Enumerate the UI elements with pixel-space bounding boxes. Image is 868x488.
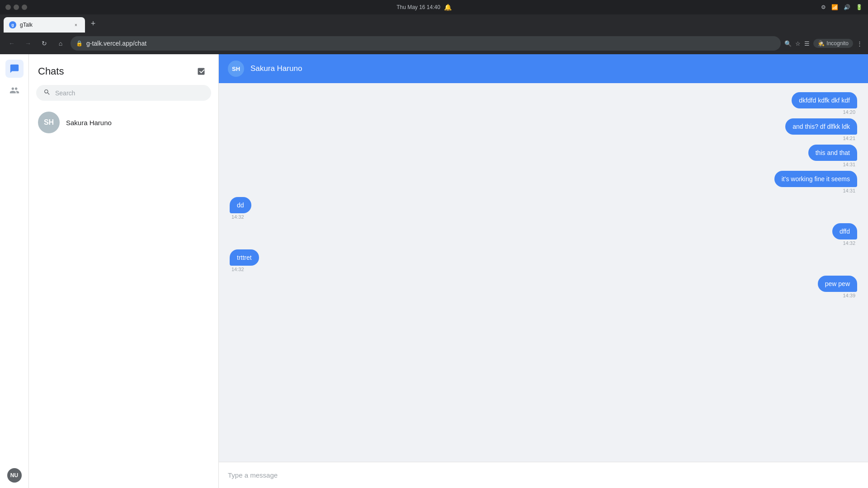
minimize-traffic-light[interactable]: [14, 5, 19, 10]
message-time: 14:20: [841, 109, 857, 115]
chat-avatar-sakura: SH: [38, 112, 60, 133]
wifi-icon: 📶: [831, 4, 838, 10]
user-avatar-nav[interactable]: NU: [7, 468, 22, 483]
message-row: dkfdfd kdfk dkf kdf 14:20: [230, 92, 857, 115]
close-traffic-light[interactable]: [5, 5, 11, 10]
sidebar-title: Chats: [38, 66, 64, 77]
traffic-lights: [5, 5, 27, 10]
forward-button[interactable]: →: [22, 37, 34, 50]
tab-gtalk[interactable]: g gTalk ×: [4, 17, 85, 33]
address-bar: ← → ↻ ⌂ 🔒 g-talk.vercel.app/chat 🔍 ☆ ☰ 🕵…: [0, 33, 868, 54]
message-bubble: dkfdfd kdfk dkf kdf: [792, 92, 857, 108]
incognito-icon: 🕵: [818, 40, 825, 47]
url-bar[interactable]: 🔒 g-talk.vercel.app/chat: [71, 36, 781, 51]
message-bubble: dd: [230, 197, 251, 213]
address-bar-right: 🔍 ☆ ☰ 🕵 Incognito ⋮: [784, 39, 863, 48]
message-time: 14:31: [841, 188, 857, 193]
notification-icon: 🔔: [444, 4, 452, 11]
settings-icon: ⚙: [821, 4, 826, 10]
message-row: this and that 14:31: [230, 145, 857, 167]
message-time: 14:39: [841, 293, 857, 298]
chat-header-name: Sakura Haruno: [250, 64, 302, 73]
message-input-area: [219, 462, 868, 488]
search-input[interactable]: [55, 89, 204, 97]
incognito-label: Incognito: [826, 40, 849, 47]
message-row: dd 14:32: [230, 197, 857, 220]
message-bubble: pew pew: [818, 276, 857, 292]
title-bar: Thu May 16 14:40 🔔 ⚙ 📶 🔊 🔋: [0, 0, 868, 14]
tab-bar: g gTalk × +: [0, 14, 868, 33]
title-bar-right: ⚙ 📶 🔊 🔋: [821, 4, 863, 10]
message-bubble: dffd: [832, 223, 857, 239]
chat-nav-icon[interactable]: [5, 60, 24, 78]
sidebar: Chats SH Sakura Haruno: [29, 54, 219, 488]
chat-list: SH Sakura Haruno: [29, 106, 218, 488]
search-icon: [43, 89, 51, 97]
tab-title: gTalk: [20, 22, 69, 28]
app: NU Chats SH Sakura Haruno SH: [0, 54, 868, 488]
chat-header: SH Sakura Haruno: [219, 54, 868, 83]
reader-icon[interactable]: ☰: [804, 40, 810, 47]
message-time: 14:32: [841, 240, 857, 246]
url-text: g-talk.vercel.app/chat: [86, 40, 775, 47]
message-bubble: this and that: [808, 145, 857, 161]
chat-header-avatar: SH: [228, 61, 244, 77]
message-row: and this? df dlfkk ldk 14:21: [230, 118, 857, 141]
search-box: [36, 85, 211, 101]
home-button[interactable]: ⌂: [54, 37, 67, 50]
battery-icon: 🔋: [856, 4, 863, 10]
title-bar-center: Thu May 16 14:40 🔔: [31, 4, 817, 11]
message-row: trttret 14:32: [230, 249, 857, 272]
search-container: [29, 85, 218, 106]
datetime-display: Thu May 16 14:40: [396, 4, 440, 10]
chat-item-sakura[interactable]: SH Sakura Haruno: [29, 106, 218, 139]
message-time: 14:32: [230, 214, 246, 220]
messages-area: dkfdfd kdfk dkf kdf 14:20 and this? df d…: [219, 83, 868, 462]
message-bubble: trttret: [230, 249, 259, 266]
reload-button[interactable]: ↻: [38, 37, 51, 50]
app-nav: NU: [0, 54, 29, 488]
tab-favicon: g: [9, 21, 16, 28]
bookmark-icon[interactable]: ☆: [795, 40, 801, 47]
message-bubble: and this? df dlfkk ldk: [785, 118, 857, 135]
new-tab-button[interactable]: +: [87, 17, 99, 30]
chat-name-sakura: Sakura Haruno: [66, 119, 112, 127]
message-row: pew pew 14:39: [230, 276, 857, 298]
message-input[interactable]: [228, 468, 859, 483]
back-button[interactable]: ←: [5, 37, 18, 50]
incognito-badge: 🕵 Incognito: [813, 39, 853, 48]
compose-button[interactable]: [193, 63, 209, 80]
sidebar-header: Chats: [29, 54, 218, 85]
message-row: it's working fine it seems 14:31: [230, 171, 857, 193]
menu-icon[interactable]: ⋮: [857, 40, 863, 47]
message-time: 14:31: [841, 162, 857, 167]
tab-close-button[interactable]: ×: [72, 21, 80, 28]
maximize-traffic-light[interactable]: [22, 5, 27, 10]
lock-icon: 🔒: [76, 40, 83, 47]
message-time: 14:21: [841, 136, 857, 141]
message-time: 14:32: [230, 267, 246, 272]
search-icon[interactable]: 🔍: [784, 40, 792, 47]
message-bubble: it's working fine it seems: [774, 171, 857, 187]
people-nav-icon[interactable]: [5, 81, 24, 99]
volume-icon: 🔊: [844, 4, 850, 10]
chat-area: SH Sakura Haruno dkfdfd kdfk dkf kdf 14:…: [219, 54, 868, 488]
message-row: dffd 14:32: [230, 223, 857, 246]
